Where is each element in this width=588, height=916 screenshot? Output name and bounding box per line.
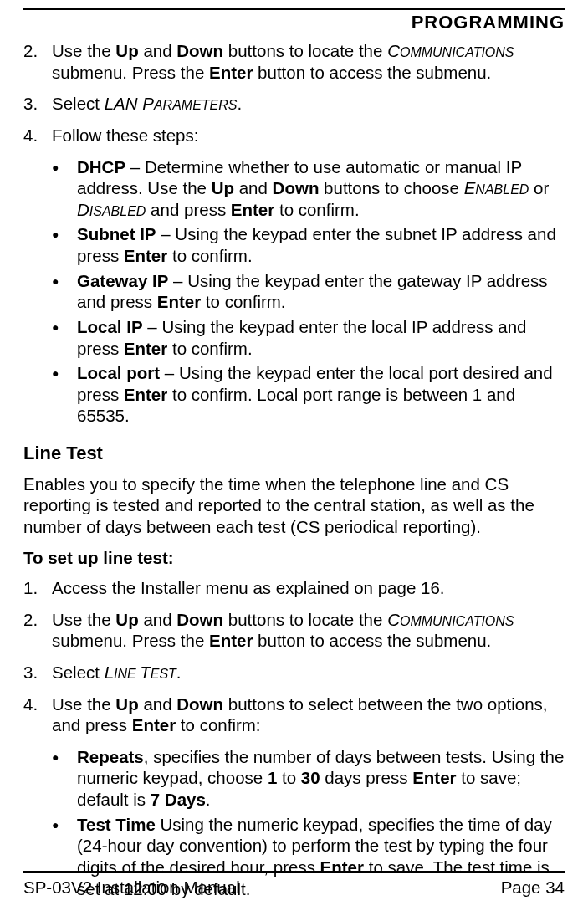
- text: days press: [320, 768, 413, 787]
- top-divider: [23, 8, 565, 10]
- page-content: 2. Use the Up and Down buttons to locate…: [23, 40, 565, 899]
- text: buttons to choose: [319, 178, 463, 197]
- bullet-subnet: ● Subnet IP – Using the keypad enter the…: [52, 223, 565, 266]
- text: button to access the submenu.: [253, 631, 491, 650]
- text: .: [238, 94, 243, 113]
- seven-days-label: 7 Days: [151, 790, 206, 809]
- lt-ine: INE: [114, 667, 140, 681]
- lt-step-3-number: 3.: [23, 662, 52, 683]
- footer-manual-title: SP-03V2 Installation Manual: [23, 878, 240, 898]
- step-4-number: 4.: [23, 125, 52, 146]
- bullet-icon: ●: [52, 156, 77, 221]
- down-label: Down: [176, 41, 223, 60]
- lt-step-2: 2. Use the Up and Down buttons to locate…: [23, 609, 565, 652]
- bullet-icon: ●: [52, 362, 77, 427]
- bullet-icon: ●: [52, 270, 77, 313]
- lt-l: L: [105, 663, 114, 682]
- enter-label: Enter: [209, 63, 253, 82]
- lt-step-4-number: 4.: [23, 693, 52, 736]
- dis-rest: ISABLED: [89, 204, 146, 218]
- bullet-localport: ● Local port – Using the keypad enter th…: [52, 362, 565, 427]
- text: .: [176, 663, 182, 682]
- lt-step-4: 4. Use the Up and Down buttons to select…: [23, 693, 565, 736]
- lt-step-2-body: Use the Up and Down buttons to locate th…: [52, 609, 565, 652]
- lt-t: T: [140, 663, 151, 682]
- comm-rest: OMMUNICATIONS: [400, 45, 514, 59]
- bullet-icon: ●: [52, 316, 77, 359]
- comm-c: C: [387, 41, 400, 60]
- text: buttons to locate the: [223, 41, 387, 60]
- en-rest: NABLED: [475, 182, 529, 197]
- step-3: 3. Select LAN PARAMETERS.: [23, 93, 565, 115]
- step-4: 4. Follow these steps:: [23, 125, 565, 146]
- bullet-icon: ●: [52, 223, 77, 266]
- params: ARAMETERS: [154, 98, 238, 112]
- test-time-label: Test Time: [77, 815, 156, 834]
- text: and: [234, 178, 273, 197]
- lt-step-1-body: Access the Installer menu as explained o…: [52, 577, 565, 599]
- text: button to access the submenu.: [253, 63, 491, 82]
- bullet-dhcp: ● DHCP – Determine whether to use automa…: [52, 156, 565, 221]
- up-label: Up: [115, 41, 138, 60]
- gateway-label: Gateway IP: [77, 271, 168, 290]
- down-label: Down: [273, 178, 320, 197]
- text: or: [529, 178, 549, 197]
- comm-rest: OMMUNICATIONS: [400, 614, 514, 628]
- localip-label: Local IP: [77, 317, 143, 336]
- localport-label: Local port: [77, 363, 160, 382]
- page-footer: SP-03V2 Installation Manual Page 34: [23, 871, 565, 898]
- line-test-subheading: To set up line test:: [23, 547, 565, 569]
- step-4-body: Follow these steps:: [52, 125, 565, 146]
- bullet-localport-body: Local port – Using the keypad enter the …: [77, 362, 565, 427]
- lt-step-2-number: 2.: [23, 609, 52, 652]
- lan-p: LAN P: [105, 94, 154, 113]
- enter-label: Enter: [157, 292, 201, 311]
- step-2-body: Use the Up and Down buttons to locate th…: [52, 40, 565, 83]
- text: to confirm.: [167, 339, 252, 358]
- step-2: 2. Use the Up and Down buttons to locate…: [23, 40, 565, 83]
- text: and: [139, 694, 177, 714]
- lt-step-4-body: Use the Up and Down buttons to select be…: [52, 693, 565, 736]
- subnet-label: Subnet IP: [77, 224, 156, 243]
- lt-step-3: 3. Select LINE TEST.: [23, 662, 565, 683]
- text: to confirm.: [201, 292, 285, 311]
- text: submenu. Press the: [52, 631, 209, 650]
- enter-label: Enter: [209, 631, 253, 650]
- one-label: 1: [268, 768, 277, 787]
- thirty-label: 30: [301, 768, 320, 787]
- lt-step-1-number: 1.: [23, 577, 52, 599]
- text: and: [139, 610, 177, 629]
- text: Select: [52, 663, 105, 682]
- bullet-repeats: ● Repeats, specifies the number of days …: [52, 746, 565, 811]
- lt-step-1: 1. Access the Installer menu as explaine…: [23, 577, 565, 599]
- page-header-title: PROGRAMMING: [23, 12, 565, 33]
- comm-c: C: [387, 610, 400, 629]
- text: to confirm:: [176, 715, 260, 734]
- text: Select: [52, 94, 105, 113]
- step-3-body: Select LAN PARAMETERS.: [52, 93, 565, 115]
- up-label: Up: [115, 610, 138, 629]
- text: Use the: [52, 694, 115, 714]
- enter-label: Enter: [124, 339, 167, 358]
- up-label: Up: [115, 694, 138, 714]
- text: to confirm.: [167, 246, 252, 265]
- bullet-icon: ●: [52, 746, 77, 811]
- line-test-intro: Enables you to specify the time when the…: [23, 473, 565, 538]
- text: and press: [146, 200, 230, 219]
- dis-d: D: [77, 200, 89, 219]
- text: submenu. Press the: [52, 63, 209, 82]
- text: .: [206, 790, 211, 809]
- text: to: [277, 768, 301, 787]
- line-test-heading: Line Test: [23, 442, 565, 465]
- lt-est: EST: [151, 667, 176, 681]
- repeats-label: Repeats: [77, 747, 144, 766]
- enter-label: Enter: [132, 715, 176, 734]
- step-2-number: 2.: [23, 40, 52, 83]
- footer-page-number: Page 34: [501, 878, 565, 898]
- down-label: Down: [176, 610, 223, 629]
- down-label: Down: [176, 694, 223, 714]
- enter-label: Enter: [124, 246, 167, 265]
- footer-divider: [23, 871, 565, 873]
- dhcp-label: DHCP: [77, 157, 125, 177]
- bullet-localip-body: Local IP – Using the keypad enter the lo…: [77, 316, 565, 359]
